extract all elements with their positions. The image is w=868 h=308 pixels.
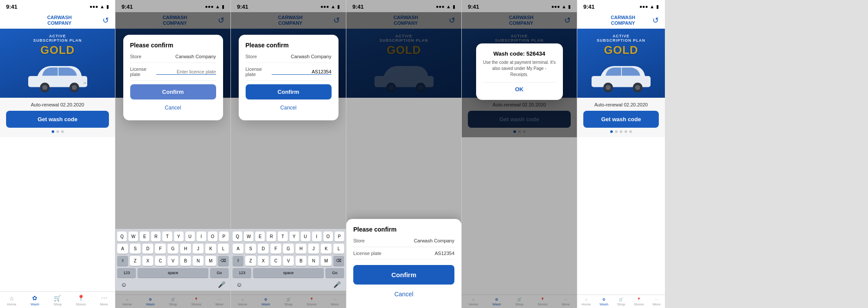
key-f-3[interactable]: F: [270, 244, 281, 254]
key-b-2[interactable]: B: [180, 256, 191, 266]
dot-1-3: [61, 130, 64, 133]
nav-stores-6[interactable]: 📍Stores: [634, 298, 644, 306]
nav-home-1[interactable]: ⌂ Home: [7, 295, 16, 306]
key-c-3[interactable]: C: [270, 256, 281, 266]
key-r-2[interactable]: R: [151, 232, 161, 242]
key-g-3[interactable]: G: [283, 244, 294, 254]
dot-6-2: [615, 130, 618, 133]
key-shift-3[interactable]: ⇧: [233, 256, 243, 266]
key-v-2[interactable]: V: [168, 256, 178, 266]
key-go-2[interactable]: Go: [210, 268, 229, 278]
plate-input-2[interactable]: [156, 69, 216, 75]
key-p-3[interactable]: P: [335, 232, 344, 242]
key-s-2[interactable]: S: [130, 244, 141, 254]
key-delete-2[interactable]: ⌫: [218, 256, 229, 266]
key-l-3[interactable]: L: [333, 244, 344, 254]
key-x-2[interactable]: X: [142, 256, 153, 266]
nav-wash-6[interactable]: ✿Wash: [599, 298, 608, 306]
key-q-3[interactable]: Q: [233, 232, 242, 242]
key-x-3[interactable]: X: [258, 256, 269, 266]
key-o-2[interactable]: O: [208, 232, 217, 242]
key-j-2[interactable]: J: [193, 244, 204, 254]
key-l-2[interactable]: L: [218, 244, 229, 254]
key-a-3[interactable]: A: [233, 244, 243, 254]
key-t-3[interactable]: T: [278, 232, 287, 242]
key-j-3[interactable]: J: [308, 244, 319, 254]
key-go-3[interactable]: Go: [326, 268, 344, 278]
key-d-2[interactable]: D: [142, 244, 153, 254]
dot-6-3: [620, 130, 622, 133]
key-h-3[interactable]: H: [296, 244, 306, 254]
plate-input-3[interactable]: [272, 69, 332, 75]
store-value-3: Carwash Company: [291, 54, 332, 59]
key-f-2[interactable]: F: [155, 244, 166, 254]
key-e-3[interactable]: E: [255, 232, 265, 242]
key-p-2[interactable]: P: [219, 232, 229, 242]
key-m-3[interactable]: M: [321, 256, 332, 266]
key-w-3[interactable]: W: [244, 232, 253, 242]
home-icon-6: ⌂: [585, 298, 587, 301]
key-m-2[interactable]: M: [205, 256, 216, 266]
key-i-2[interactable]: I: [197, 232, 206, 242]
cancel-button-3[interactable]: Cancel: [246, 102, 332, 113]
stores-icon-1: 📍: [77, 295, 85, 301]
key-shift-2[interactable]: ⇧: [117, 256, 128, 266]
nav-shop-1[interactable]: 🛒 Shop: [53, 295, 62, 306]
store-label-3: Store: [246, 54, 257, 59]
key-k-3[interactable]: K: [321, 244, 332, 254]
app-header-6: CARWASHCOMPANY ↺: [577, 12, 665, 29]
key-n-3[interactable]: N: [308, 256, 319, 266]
mic-icon-3[interactable]: 🎤: [333, 281, 341, 288]
key-i-3[interactable]: I: [312, 232, 322, 242]
key-space-3[interactable]: space: [253, 268, 323, 278]
key-r-3[interactable]: R: [266, 232, 276, 242]
nav-home-6[interactable]: ⌂Home: [582, 298, 591, 306]
nav-wash-1[interactable]: ✿ Wash: [30, 295, 39, 306]
key-d-3[interactable]: D: [258, 244, 269, 254]
key-space-2[interactable]: space: [138, 268, 208, 278]
key-z-3[interactable]: Z: [245, 256, 256, 266]
key-y-3[interactable]: Y: [289, 232, 299, 242]
refresh-icon-1[interactable]: ↺: [102, 16, 109, 25]
key-u-3[interactable]: U: [301, 232, 310, 242]
confirm-button-4[interactable]: Confirm: [353, 265, 454, 285]
key-n-2[interactable]: N: [193, 256, 204, 266]
key-z-2[interactable]: Z: [130, 256, 141, 266]
key-q-2[interactable]: Q: [117, 232, 127, 242]
emoji-icon-3[interactable]: ☺: [236, 281, 242, 288]
key-t-2[interactable]: T: [162, 232, 172, 242]
nav-more-6[interactable]: ⋯More: [653, 298, 661, 306]
svg-point-29: [605, 85, 611, 90]
cancel-button-4[interactable]: Cancel: [353, 287, 454, 301]
key-h-2[interactable]: H: [180, 244, 191, 254]
nav-stores-1[interactable]: 📍 Stores: [76, 295, 86, 306]
key-y-2[interactable]: Y: [174, 232, 184, 242]
confirm-button-3[interactable]: Confirm: [246, 84, 332, 99]
key-v-3[interactable]: V: [283, 256, 294, 266]
plate-label-3: License plate: [246, 66, 272, 77]
key-a-2[interactable]: A: [117, 244, 128, 254]
nav-shop-6[interactable]: 🛒Shop: [617, 298, 625, 306]
key-g-2[interactable]: G: [168, 244, 178, 254]
key-s-3[interactable]: S: [245, 244, 256, 254]
key-w-2[interactable]: W: [128, 232, 138, 242]
key-o-3[interactable]: O: [323, 232, 333, 242]
emoji-icon-2[interactable]: ☺: [121, 281, 127, 288]
key-k-2[interactable]: K: [205, 244, 216, 254]
confirm-button-2[interactable]: Confirm: [130, 84, 216, 99]
ok-button-5[interactable]: OK: [483, 82, 556, 93]
modal-title-3: Please confirm: [246, 42, 332, 49]
key-123-3[interactable]: 123: [233, 268, 251, 278]
get-wash-code-button-6[interactable]: Get wash code: [583, 111, 659, 128]
key-e-2[interactable]: E: [140, 232, 149, 242]
key-u-2[interactable]: U: [185, 232, 195, 242]
refresh-icon-6[interactable]: ↺: [652, 16, 659, 25]
key-123-2[interactable]: 123: [117, 268, 136, 278]
key-delete-3[interactable]: ⌫: [333, 256, 344, 266]
mic-icon-2[interactable]: 🎤: [218, 281, 225, 288]
cancel-button-2[interactable]: Cancel: [130, 102, 216, 113]
key-b-3[interactable]: B: [296, 256, 306, 266]
get-wash-code-button-1[interactable]: Get wash code: [6, 111, 109, 128]
nav-more-1[interactable]: ⋯ More: [100, 295, 108, 306]
key-c-2[interactable]: C: [155, 256, 166, 266]
